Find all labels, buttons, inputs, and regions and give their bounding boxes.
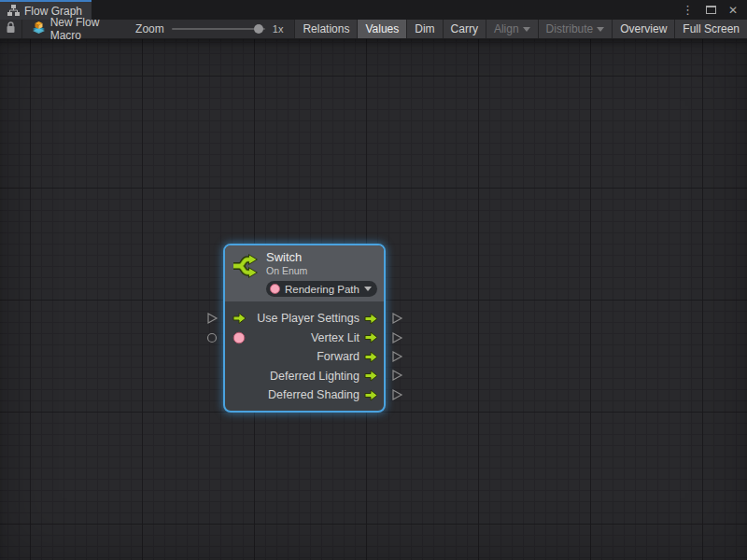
flow-output-port[interactable] <box>364 351 378 363</box>
flow-output-port-outer[interactable] <box>390 331 403 344</box>
carry-button[interactable]: Carry <box>443 20 486 38</box>
node-header[interactable]: Switch On Enum Rendering Path <box>225 245 384 301</box>
zoom-slider[interactable] <box>172 28 265 30</box>
switch-node[interactable]: Switch On Enum Rendering Path Use Player… <box>223 244 386 413</box>
chevron-down-icon <box>597 27 604 32</box>
window-controls: ⋮ ✕ <box>682 0 747 20</box>
row-deferred-shading[interactable]: Deferred Shading <box>225 385 384 405</box>
node-titles: Switch On Enum <box>266 250 307 277</box>
relations-button[interactable]: Relations <box>294 20 357 38</box>
row-deferred-lighting[interactable]: Deferred Lighting <box>225 367 384 386</box>
flow-output-port[interactable] <box>364 331 378 343</box>
row-vertex-lit[interactable]: Vertex Lit <box>225 329 384 348</box>
node-body: Use Player Settings Vertex Lit Forwar <box>225 301 384 411</box>
graph-toolbar: New Flow Macro Zoom 1x Relations Values … <box>0 20 747 39</box>
node-title: Switch <box>266 250 307 265</box>
distribute-button[interactable]: Distribute <box>538 20 613 38</box>
dropdown-selected-value: Rendering Path <box>285 284 359 295</box>
flow-output-port[interactable] <box>364 370 378 382</box>
lock-icon <box>6 21 16 36</box>
new-flow-macro-button[interactable]: New Flow Macro <box>22 20 124 38</box>
flow-input-port[interactable] <box>233 313 247 325</box>
enum-value-icon <box>270 284 280 294</box>
close-icon[interactable]: ✕ <box>728 5 738 16</box>
zoom-label: Zoom <box>135 22 164 35</box>
flow-output-port-outer[interactable] <box>390 350 403 363</box>
row-forward[interactable]: Forward <box>225 347 384 367</box>
graph-canvas[interactable]: Switch On Enum Rendering Path Use Player… <box>0 39 747 560</box>
macro-button-label: New Flow Macro <box>50 16 115 42</box>
toolbar-buttons: Relations Values Dim Carry Align Distrib… <box>294 20 747 38</box>
dim-button[interactable]: Dim <box>406 20 442 38</box>
chevron-down-icon <box>364 287 372 291</box>
flow-output-port[interactable] <box>364 389 378 401</box>
flow-graph-icon <box>7 3 20 20</box>
lock-button[interactable] <box>0 20 21 38</box>
window-menu-icon[interactable]: ⋮ <box>682 4 694 16</box>
maximize-icon[interactable] <box>706 6 716 14</box>
zoom-value: 1x <box>273 23 284 35</box>
full-screen-button[interactable]: Full Screen <box>674 20 747 38</box>
flow-macro-icon <box>32 21 46 36</box>
switch-node-box[interactable]: Switch On Enum Rendering Path Use Player… <box>223 244 386 413</box>
row-use-player-settings[interactable]: Use Player Settings <box>225 309 384 329</box>
align-button[interactable]: Align <box>486 20 538 38</box>
switch-branch-icon <box>231 252 262 284</box>
flow-output-port-outer[interactable] <box>390 369 403 382</box>
flow-output-port[interactable] <box>364 313 378 325</box>
flow-output-port-outer[interactable] <box>390 312 403 325</box>
flow-output-port-outer[interactable] <box>390 388 403 401</box>
overview-button[interactable]: Overview <box>612 20 674 38</box>
zoom-control: Zoom 1x <box>124 20 294 38</box>
zoom-slider-handle[interactable] <box>254 24 263 34</box>
value-input-port[interactable] <box>233 331 246 344</box>
flow-input-port-outer[interactable] <box>205 312 218 325</box>
rendering-path-dropdown[interactable]: Rendering Path <box>266 281 377 297</box>
chevron-down-icon <box>523 27 530 32</box>
node-subtitle: On Enum <box>266 265 307 277</box>
value-input-port-outer[interactable] <box>205 331 218 344</box>
values-button[interactable]: Values <box>357 20 406 38</box>
